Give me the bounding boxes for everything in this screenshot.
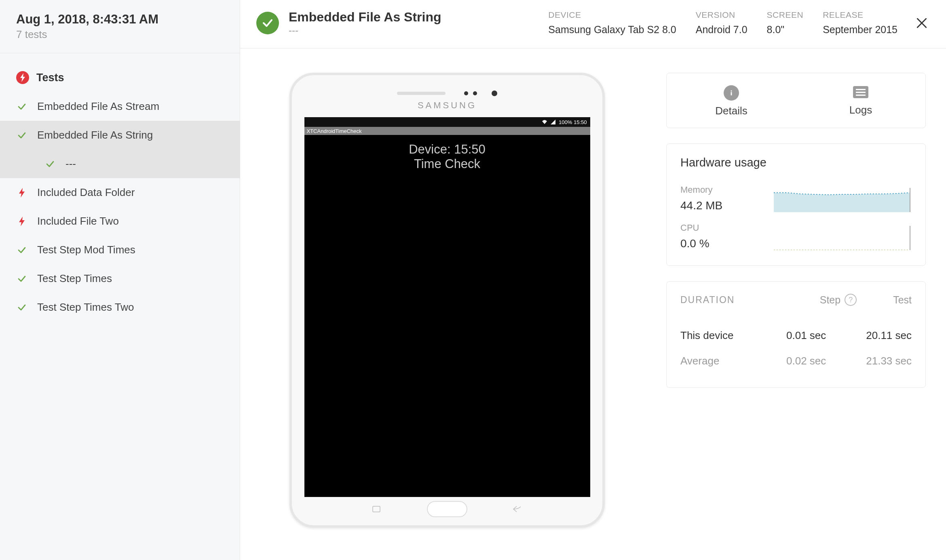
meta-version: VERSION Android 7.0 — [696, 10, 748, 36]
test-item-label: Included File Two — [37, 215, 119, 227]
title-block: Embedded File As String --- — [289, 10, 441, 36]
help-icon[interactable]: ? — [845, 294, 857, 306]
screen-line-2: Time Check — [304, 157, 590, 171]
test-item[interactable]: Test Step Times — [0, 264, 240, 293]
this-device-label: This device — [680, 329, 786, 342]
memory-value: 44.2 MB — [680, 199, 722, 212]
test-title: Embedded File As String — [289, 10, 441, 25]
meta-device: DEVICE Samsung Galaxy Tab S2 8.0 — [548, 10, 676, 36]
device-screen: 100% 15:50 XTCAndroidTimeCheck Device: 1… — [304, 117, 590, 497]
test-count: 7 tests — [16, 28, 224, 41]
test-item[interactable]: Test Step Times Two — [0, 293, 240, 322]
svg-rect-3 — [731, 92, 732, 95]
device-brand: SAMSUNG — [418, 100, 477, 111]
check-icon — [16, 101, 27, 112]
front-camera-icon — [492, 91, 497, 96]
meta-screen: SCREEN 8.0" — [767, 10, 804, 36]
check-icon — [16, 273, 27, 284]
svg-point-2 — [731, 90, 732, 91]
test-col-label: Test — [893, 294, 912, 306]
test-item-label: Embedded File As Stream — [37, 100, 159, 113]
android-statusbar: 100% 15:50 — [304, 117, 590, 127]
check-icon — [16, 130, 27, 141]
back-icon — [512, 505, 524, 513]
test-item-label: Test Step Times Two — [37, 301, 134, 314]
tabs-card: Details Logs — [666, 73, 926, 128]
right-panel: Details Logs Hardware usage Memory 44.2 … — [666, 73, 926, 544]
test-item-label: Embedded File As String — [37, 129, 153, 141]
meta-release: RELEASE September 2015 — [823, 10, 897, 36]
tests-heading-label: Tests — [36, 72, 64, 84]
cpu-chart — [773, 226, 912, 250]
test-item[interactable]: Embedded File As Stream — [0, 92, 240, 121]
average-test: 21.33 sec — [851, 355, 912, 367]
sidebar-header: Aug 1, 2018, 8:43:31 AM 7 tests — [0, 0, 240, 53]
android-appbar: XTCAndroidTimeCheck — [304, 127, 590, 135]
tests-list: Tests Embedded File As StreamEmbedded Fi… — [0, 53, 240, 331]
this-device-step: 0.01 sec — [786, 329, 851, 342]
close-button[interactable] — [914, 15, 930, 31]
cpu-value: 0.0 % — [680, 237, 710, 250]
duration-title: DURATION — [680, 295, 735, 305]
sidebar: Aug 1, 2018, 8:43:31 AM 7 tests Tests Em… — [0, 0, 240, 560]
logs-icon — [853, 86, 868, 98]
wifi-icon — [542, 120, 547, 124]
test-item-label: Test Step Mod Times — [37, 244, 135, 256]
speaker-grill — [397, 92, 446, 95]
run-timestamp: Aug 1, 2018, 8:43:31 AM — [16, 12, 224, 27]
tab-details-label: Details — [715, 105, 747, 117]
topbar: Embedded File As String --- DEVICE Samsu… — [240, 0, 946, 48]
average-label: Average — [680, 355, 786, 367]
memory-label: Memory — [680, 185, 722, 195]
test-substep-label: --- — [65, 158, 76, 170]
hardware-title: Hardware usage — [680, 156, 912, 169]
recent-apps-icon — [370, 505, 382, 513]
test-subtitle: --- — [289, 25, 441, 36]
check-icon — [16, 244, 27, 256]
status-badge-pass — [256, 12, 279, 34]
memory-chart — [773, 188, 912, 212]
info-icon — [724, 85, 739, 101]
tab-details[interactable]: Details — [667, 73, 796, 128]
average-step: 0.02 sec — [786, 355, 851, 367]
test-item[interactable]: Included Data Folder — [0, 178, 240, 207]
home-button — [427, 501, 467, 517]
step-col-label: Step — [820, 294, 840, 306]
this-device-test: 20.11 sec — [851, 329, 912, 342]
tests-heading: Tests — [0, 63, 240, 92]
duration-card: DURATION Step ? Test This device 0.01 se… — [666, 281, 926, 388]
test-item[interactable]: Embedded File As String — [0, 121, 240, 149]
test-item[interactable]: Test Step Mod Times — [0, 236, 240, 264]
hardware-card: Hardware usage Memory 44.2 MB CPU 0.0 % — [666, 143, 926, 266]
check-icon — [16, 302, 27, 313]
test-item[interactable]: Included File Two — [0, 207, 240, 236]
test-substep[interactable]: --- — [0, 149, 240, 178]
device-preview: SAMSUNG 100% 15:50 XTCAndroidTimeCheck D… — [260, 73, 634, 544]
bolt-icon — [16, 187, 27, 198]
svg-rect-1 — [373, 506, 380, 512]
device-meta: DEVICE Samsung Galaxy Tab S2 8.0 VERSION… — [548, 10, 897, 36]
signal-icon — [551, 120, 555, 124]
tab-logs-label: Logs — [849, 104, 872, 116]
bolt-icon — [16, 71, 29, 84]
test-item-label: Included Data Folder — [37, 186, 135, 199]
main-area: Embedded File As String --- DEVICE Samsu… — [240, 0, 946, 560]
tab-logs[interactable]: Logs — [796, 73, 925, 128]
tablet-frame: SAMSUNG 100% 15:50 XTCAndroidTimeCheck D… — [289, 73, 605, 528]
screen-line-1: Device: 15:50 — [304, 142, 590, 157]
bolt-icon — [16, 216, 27, 227]
test-item-label: Test Step Times — [37, 272, 112, 285]
check-icon — [44, 158, 56, 170]
cpu-label: CPU — [680, 223, 710, 233]
